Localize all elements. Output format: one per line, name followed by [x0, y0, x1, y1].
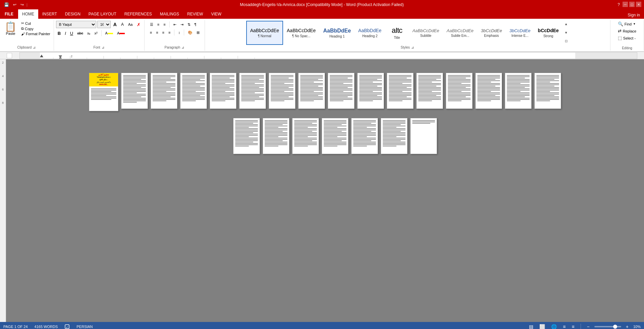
cut-button[interactable]: ✂ Cut	[20, 21, 52, 26]
subscript-button[interactable]: x₂	[86, 29, 92, 37]
borders-button[interactable]: ⊞	[195, 29, 201, 36]
styles-scroll-up[interactable]: ▲	[564, 21, 569, 26]
line	[389, 98, 412, 98]
style-normal[interactable]: AaBbCcDdEe ¶ Normal	[246, 21, 283, 45]
paste-label: Paste	[6, 31, 15, 36]
find-button[interactable]: 🔍 Find ▼	[616, 21, 638, 27]
tab-home[interactable]: HOME	[18, 9, 38, 19]
align-center-button[interactable]: ≡	[154, 29, 160, 36]
bullets-button[interactable]: ☰	[148, 21, 155, 28]
font-expand-button[interactable]: ⊿	[101, 45, 105, 50]
document-area[interactable]: تحقیق آنلاین Tahghighonline.c مایل دانلو…	[6, 59, 644, 322]
page-content	[263, 118, 289, 148]
style-emphasis[interactable]: 3bCcDdEe Emphasis	[477, 21, 506, 45]
clear-format-button[interactable]: ✗	[135, 21, 142, 28]
sort-button[interactable]: ⇅	[186, 21, 192, 28]
multilevel-button[interactable]: ≡	[162, 21, 167, 28]
ruler-corner[interactable]	[7, 53, 12, 58]
line	[359, 88, 382, 89]
minimize-button[interactable]: ─	[623, 2, 628, 7]
styles-expand-button[interactable]: ⊿	[411, 45, 415, 50]
style-subtitle[interactable]: AaBbCcDdEe Subtitle	[409, 21, 443, 45]
shading-button[interactable]: 🎨	[186, 29, 194, 36]
paragraph-expand-button[interactable]: ⊿	[181, 45, 185, 50]
copy-button[interactable]: ⧉ Copy	[20, 26, 52, 31]
line	[507, 91, 521, 92]
tab-mailings[interactable]: MAILINGS	[156, 9, 183, 19]
italic-button[interactable]: I	[63, 29, 68, 37]
line	[265, 122, 287, 122]
font-name-select[interactable]: B Yaqut	[56, 21, 96, 28]
line	[330, 96, 348, 97]
close-button[interactable]: ✕	[636, 2, 641, 7]
page-thumb-22	[381, 118, 408, 154]
styles-expand[interactable]: ⊡	[564, 39, 569, 44]
change-case-button[interactable]: Aa	[126, 21, 134, 28]
align-right-button[interactable]: ≡	[161, 29, 166, 36]
undo-button[interactable]: ↩	[12, 2, 18, 8]
font-size-select[interactable]: 16	[97, 21, 111, 28]
page-content	[299, 73, 325, 103]
restore-button[interactable]: ◻	[629, 2, 635, 7]
zoom-out-button[interactable]: −	[586, 323, 591, 329]
format-painter-button[interactable]: 🖌 Format Painter	[20, 31, 52, 36]
save-button[interactable]: 💾	[3, 2, 10, 8]
decrease-indent-button[interactable]: ⇤	[172, 21, 178, 28]
superscript-button[interactable]: x²	[93, 29, 99, 37]
increase-indent-button[interactable]: ⇥	[179, 21, 185, 28]
replace-button[interactable]: ⇄ Replace	[616, 28, 638, 34]
tab-insert[interactable]: INSERT	[38, 9, 61, 19]
style-title[interactable]: aItc Title	[385, 21, 409, 45]
underline-button[interactable]: U	[68, 29, 75, 37]
strikethrough-button[interactable]: abc	[75, 29, 85, 37]
line	[324, 130, 346, 130]
outline-view-button[interactable]: ≡	[561, 323, 567, 329]
line	[271, 92, 293, 93]
tab-page-layout[interactable]: PAGE LAYOUT	[85, 9, 120, 19]
bold-button[interactable]: B	[56, 29, 62, 37]
web-layout-view-button[interactable]: 🌐	[550, 323, 558, 329]
clipboard-expand-button[interactable]: ⊿	[32, 45, 36, 50]
tab-file[interactable]: FILE	[0, 9, 18, 19]
zoom-in-button[interactable]: +	[625, 323, 630, 329]
draft-view-button[interactable]: ≡	[570, 323, 576, 329]
font-color-icon: A	[117, 31, 119, 35]
increase-font-button[interactable]: A	[112, 21, 118, 28]
styles-content: AaBbCcDdEe ¶ Normal AaBbCcDdEe ¶ No Spac…	[246, 21, 569, 45]
line	[324, 135, 346, 136]
full-screen-view-button[interactable]: ⬜	[538, 323, 546, 329]
style-no-space[interactable]: AaBbCcDdEe ¶ No Spac...	[283, 21, 319, 45]
style-subtle-em[interactable]: AaBbCcDdEe Subtle Em...	[443, 21, 477, 45]
print-layout-view-button[interactable]: ▤	[528, 323, 535, 329]
tab-review[interactable]: REVIEW	[183, 9, 207, 19]
help-button[interactable]: ?	[616, 2, 621, 8]
style-heading2-label: Heading 2	[362, 34, 378, 38]
line	[294, 136, 308, 137]
line	[182, 83, 205, 84]
style-heading1[interactable]: AaBbDdEe Heading 1	[319, 21, 355, 45]
styles-scroll-down[interactable]: ▼	[564, 30, 569, 35]
sign-in-button[interactable]: Sign in	[624, 11, 644, 19]
zoom-slider[interactable]	[594, 326, 621, 327]
decrease-font-button[interactable]: A	[119, 21, 125, 28]
select-button[interactable]: ⬚ Select -	[616, 35, 638, 41]
paste-button[interactable]: 📋 Paste	[2, 21, 19, 37]
style-title-preview: aItc	[392, 26, 402, 35]
tab-references[interactable]: REFERENCES	[120, 9, 156, 19]
style-strong[interactable]: bCcDdEe Strong	[534, 21, 562, 45]
tab-view[interactable]: VIEW	[207, 9, 225, 19]
line	[235, 143, 258, 144]
line-spacing-button[interactable]: ↕	[176, 29, 182, 36]
redo-button[interactable]: ↪	[19, 2, 25, 8]
style-heading2[interactable]: AaBbDdEe Heading 2	[355, 21, 385, 45]
line	[418, 80, 441, 81]
text-highlight-button[interactable]: A	[104, 29, 115, 37]
font-color-button[interactable]: A	[115, 29, 126, 37]
show-hide-button[interactable]: ¶	[193, 21, 198, 28]
align-left-button[interactable]: ≡	[148, 29, 154, 36]
justify-button[interactable]: ≡	[167, 29, 172, 36]
tab-design[interactable]: DESIGN	[61, 9, 85, 19]
numbering-button[interactable]: ≡	[156, 21, 161, 28]
style-intense-em[interactable]: 3bCcDdEe Intense E...	[506, 21, 534, 45]
line	[418, 87, 441, 88]
